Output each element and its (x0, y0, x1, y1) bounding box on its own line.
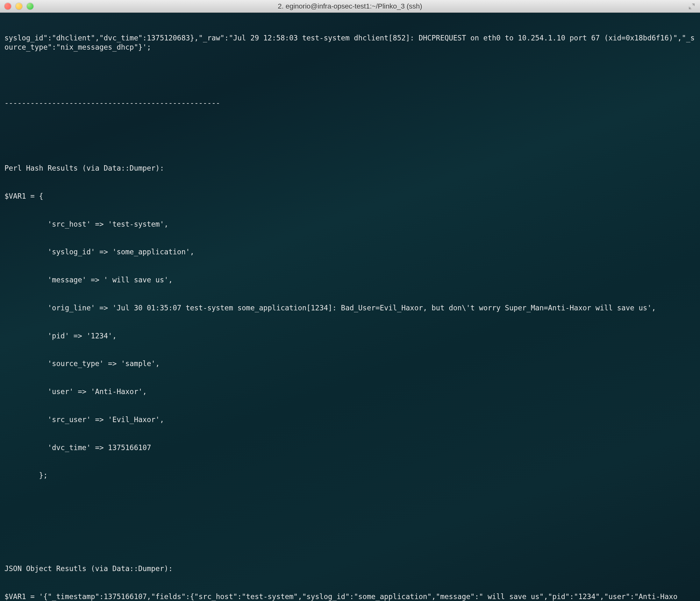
output-line: 'orig_line' => 'Jul 30 01:35:07 test-sys… (4, 303, 696, 313)
section-header: Perl Hash Results (via Data::Dumper): (4, 164, 696, 173)
output-line: 'user' => 'Anti-Haxor', (4, 387, 696, 396)
output-line: 'src_user' => 'Evil_Haxor', (4, 415, 696, 424)
window-title: 2. eginorio@infra-opsec-test1:~/Plinko_3… (0, 2, 700, 10)
output-line: 'src_host' => 'test-system', (4, 220, 696, 229)
terminal-output[interactable]: syslog_id":"dhclient","dvc_time":1375120… (0, 13, 700, 601)
fullscreen-icon[interactable] (688, 3, 696, 10)
output-line: 'source_type' => 'sample', (4, 359, 696, 368)
window-titlebar: 2. eginorio@infra-opsec-test1:~/Plinko_3… (0, 0, 700, 13)
zoom-icon[interactable] (27, 3, 33, 9)
blank-line (4, 71, 696, 80)
section-header: JSON Object Resutls (via Data::Dumper): (4, 564, 696, 573)
output-line: 'syslog_id' => 'some_application', (4, 247, 696, 257)
output-line: 'dvc_time' => 1375166107 (4, 443, 696, 452)
output-line: 'pid' => '1234', (4, 331, 696, 341)
terminal-window: 2. eginorio@infra-opsec-test1:~/Plinko_3… (0, 0, 700, 601)
minimize-icon[interactable] (16, 3, 22, 9)
blank-line (4, 499, 696, 508)
blank-line (4, 126, 696, 136)
output-line: }; (4, 471, 696, 480)
output-line: syslog_id":"dhclient","dvc_time":1375120… (4, 33, 696, 52)
close-icon[interactable] (4, 3, 11, 9)
window-controls (4, 3, 33, 9)
output-line: $VAR1 = { (4, 192, 696, 201)
output-line: 'message' => ' will save us', (4, 276, 696, 285)
divider-line: ----------------------------------------… (4, 98, 696, 108)
output-line: $VAR1 = '{"_timestamp":1375166107,"field… (4, 592, 696, 601)
blank-line (4, 527, 696, 536)
